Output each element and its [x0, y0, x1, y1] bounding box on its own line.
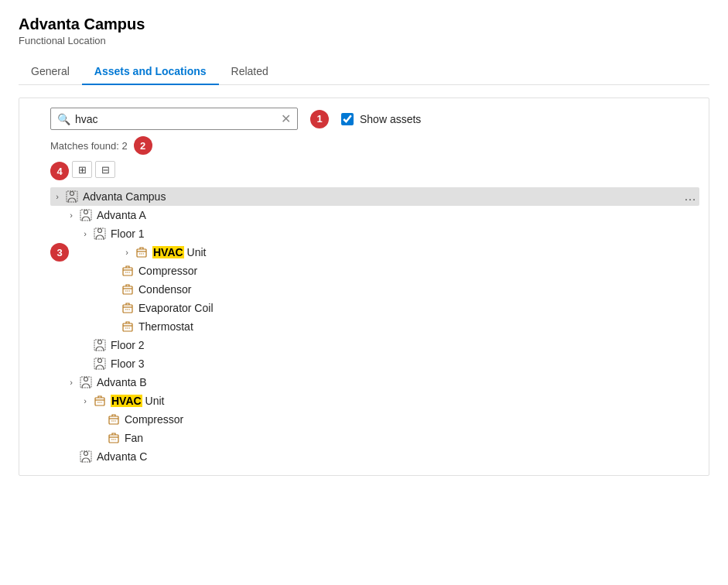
tree-row[interactable]: Advanta C: [50, 447, 699, 466]
node-label: Thermostat: [138, 320, 699, 333]
tree-row[interactable]: Compressor: [50, 410, 699, 429]
node-label: Evaporator Coil: [138, 302, 699, 314]
tree-row[interactable]: › HVAC Unit3: [78, 243, 699, 262]
svg-rect-18: [109, 416, 118, 424]
show-assets-checkbox[interactable]: [341, 113, 354, 125]
node-icon-location: [92, 227, 108, 241]
tree-row[interactable]: Fan: [50, 429, 699, 447]
node-icon-asset: [120, 320, 135, 334]
svg-point-13: [98, 359, 102, 363]
svg-point-2: [84, 210, 88, 214]
page: Advanta Campus Functional Location Gener…: [0, 0, 728, 491]
svg-point-4: [98, 229, 102, 233]
tree-row[interactable]: › Advanta A: [50, 206, 699, 224]
node-label: HVAC Unit: [152, 246, 699, 258]
node-label: HVAC Unit: [111, 395, 699, 407]
content-panel: 🔍 ✕ 1 Show assets Matches found: 2 2 4 ⊞…: [19, 98, 709, 476]
callout-4: 4: [50, 162, 69, 180]
node-icon-asset: [106, 431, 121, 445]
chevron-icon[interactable]: ›: [120, 248, 134, 257]
node-icon-location: [78, 375, 94, 389]
node-icon-asset: [134, 245, 149, 259]
tree-row[interactable]: Floor 2: [50, 336, 699, 354]
tree-row[interactable]: Compressor: [50, 262, 699, 280]
show-assets-row: Show assets: [341, 113, 421, 125]
node-label: Advanta A: [97, 209, 699, 221]
chevron-icon[interactable]: ›: [64, 210, 78, 220]
matches-text: Matches found: 2: [50, 140, 128, 152]
tree-row[interactable]: Condensor: [50, 280, 699, 299]
svg-rect-9: [123, 305, 132, 313]
show-assets-label[interactable]: Show assets: [360, 113, 421, 125]
svg-point-0: [70, 192, 74, 196]
node-label: Floor 2: [111, 339, 699, 351]
chevron-icon[interactable]: ›: [78, 229, 92, 238]
node-label: Advanta C: [97, 450, 699, 463]
node-label: Advanta Campus: [83, 190, 681, 203]
tree-row[interactable]: Thermostat: [50, 317, 699, 336]
svg-point-20: [84, 452, 88, 456]
chevron-icon[interactable]: ›: [64, 378, 78, 387]
matches-row: Matches found: 2 2: [50, 136, 699, 155]
svg-rect-8: [123, 286, 132, 294]
search-row: 🔍 ✕ 1 Show assets: [50, 108, 699, 130]
callout-2: 2: [134, 136, 152, 155]
svg-rect-17: [95, 398, 104, 405]
svg-point-11: [98, 340, 102, 344]
node-label: Floor 3: [111, 358, 699, 370]
node-label: Condensor: [138, 283, 699, 296]
tree-row[interactable]: Evaporator Coil: [50, 299, 699, 317]
svg-rect-10: [123, 323, 132, 331]
node-label: Fan: [125, 432, 699, 444]
node-label: Floor 1: [111, 228, 699, 240]
svg-rect-6: [137, 249, 146, 257]
node-icon-location: [64, 190, 80, 204]
page-subtitle: Functional Location: [19, 35, 709, 46]
tree-row[interactable]: › HVAC Unit: [50, 392, 699, 410]
clear-button[interactable]: ✕: [281, 111, 291, 126]
tree-row[interactable]: Floor 3: [50, 354, 699, 373]
tree-row[interactable]: › Advanta Campus…: [50, 187, 699, 206]
tab-bar: General Assets and Locations Related: [19, 59, 709, 85]
collapse-all-button[interactable]: ⊟: [95, 161, 115, 178]
search-icon: 🔍: [57, 113, 70, 125]
svg-rect-19: [109, 435, 118, 443]
chevron-icon[interactable]: ›: [50, 192, 64, 201]
node-icon-asset: [92, 394, 108, 408]
svg-point-15: [84, 378, 88, 381]
node-icon-asset: [120, 282, 135, 296]
search-box[interactable]: 🔍 ✕: [50, 108, 298, 130]
node-icon-location: [92, 357, 108, 371]
search-input[interactable]: [75, 113, 281, 125]
tree-row[interactable]: › Advanta B: [50, 373, 699, 392]
tab-related[interactable]: Related: [219, 59, 281, 85]
node-label: Compressor: [125, 413, 699, 426]
node-label: Compressor: [138, 265, 699, 277]
node-icon-asset: [106, 412, 121, 426]
tree-row[interactable]: › Floor 1: [50, 224, 699, 243]
callout-1: 1: [310, 110, 329, 128]
more-button[interactable]: …: [681, 190, 699, 204]
tab-general[interactable]: General: [19, 59, 82, 85]
expand-all-button[interactable]: ⊞: [72, 161, 92, 178]
chevron-icon[interactable]: ›: [78, 396, 92, 405]
node-icon-location: [78, 208, 94, 222]
node-icon-asset: [120, 301, 135, 315]
node-icon-asset: [120, 264, 135, 278]
page-title: Advanta Campus: [19, 15, 709, 33]
node-label: Advanta B: [97, 376, 699, 388]
node-icon-location: [92, 338, 108, 352]
node-icon-location: [78, 450, 94, 464]
toolbar-row: ⊞ ⊟: [72, 161, 115, 178]
tab-assets-locations[interactable]: Assets and Locations: [82, 59, 219, 85]
callout-3: 3: [50, 243, 69, 262]
svg-rect-7: [123, 268, 132, 275]
tree: › Advanta Campus…› Advanta A› Floor 1› H…: [50, 187, 699, 466]
